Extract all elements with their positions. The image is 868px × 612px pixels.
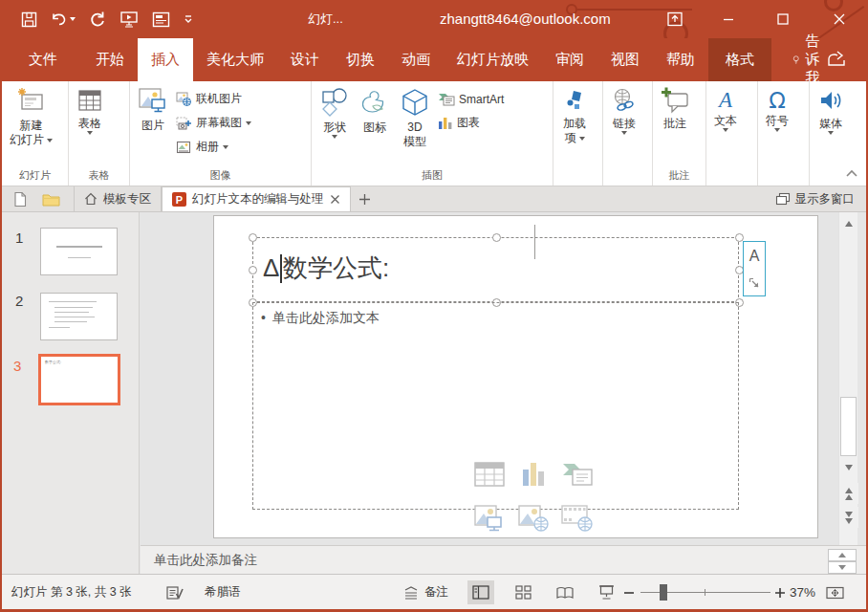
view-slide-sorter-button[interactable] <box>510 580 536 604</box>
slide-editing-area[interactable]: Δ数学公式: A •单击此处添加文本 <box>213 215 818 538</box>
links-button[interactable]: 链接 <box>606 83 642 135</box>
insert-smartart-icon[interactable] <box>561 458 594 491</box>
addins-button[interactable]: 加载 项 <box>556 83 593 145</box>
tab-file[interactable]: 文件 <box>15 38 71 81</box>
new-slide-button[interactable]: 新建 幻灯片 <box>5 83 57 147</box>
slide-thumbnail-2[interactable] <box>40 293 118 340</box>
icons-button[interactable]: 图标 <box>355 83 395 135</box>
tab-home[interactable]: 开始 <box>82 38 138 81</box>
tab-review[interactable]: 审阅 <box>542 38 597 81</box>
insert-video-icon[interactable] <box>561 502 594 535</box>
symbols-button[interactable]: Ω 符号 <box>761 83 793 132</box>
quick-access-toolbar <box>21 0 193 38</box>
text-button[interactable]: A 文本 <box>709 83 742 132</box>
notes-toggle-button[interactable]: 备注 <box>403 575 448 610</box>
account-name[interactable]: zhangtt8464@outlook.com <box>440 0 611 38</box>
notes-scroll-down-button[interactable] <box>828 561 857 574</box>
repeat-button[interactable] <box>89 11 106 28</box>
notes-placeholder[interactable]: 单击此处添加备注 <box>154 546 257 575</box>
3d-model-button[interactable]: 3D 模型 <box>395 83 435 149</box>
collapse-ribbon-button[interactable] <box>845 164 858 182</box>
next-slide-button[interactable] <box>839 507 858 528</box>
resize-handle[interactable] <box>249 233 257 242</box>
view-slideshow-button[interactable] <box>593 580 619 604</box>
online-pictures-button[interactable]: 联机图片 <box>173 87 254 111</box>
insert-stock-image-icon[interactable] <box>473 502 506 535</box>
slide-thumbnail-1[interactable] <box>40 228 118 275</box>
maximize-icon <box>776 12 790 26</box>
spell-check-button[interactable] <box>166 575 184 610</box>
title-placeholder[interactable]: Δ数学公式: <box>252 237 739 302</box>
scroll-down-button[interactable] <box>839 458 858 477</box>
undo-button[interactable] <box>51 11 76 27</box>
vertical-scrollbar[interactable] <box>838 212 857 545</box>
title-text: 数学公式: <box>283 251 389 285</box>
new-tab-button[interactable] <box>351 186 379 211</box>
scroll-up-button[interactable] <box>839 214 858 233</box>
tab-transitions[interactable]: 切换 <box>333 38 388 81</box>
tab-help[interactable]: 帮助 <box>653 38 708 81</box>
shapes-button[interactable]: 形状 <box>315 83 355 139</box>
previous-slide-button[interactable] <box>839 483 858 504</box>
share-button[interactable] <box>827 50 848 71</box>
tab-animations[interactable]: 动画 <box>388 38 444 81</box>
table-button[interactable]: 表格 <box>72 83 108 135</box>
zoom-out-button[interactable] <box>623 575 635 610</box>
tab-template-zone[interactable]: 模板专区 <box>74 186 162 211</box>
chart-icon <box>438 116 453 130</box>
ribbon-display-options-icon <box>666 11 684 28</box>
slide-thumbnail-3[interactable]: 数学公式: <box>38 354 120 405</box>
tab-beautify[interactable]: 美化大师 <box>193 38 277 81</box>
smartart-button[interactable]: SmartArt <box>435 87 507 111</box>
group-label-comments: 批注 <box>656 167 703 186</box>
thumb-text-line <box>54 321 87 322</box>
fit-slide-to-window-button[interactable] <box>826 575 844 610</box>
notes-pane[interactable]: 单击此处添加备注 <box>141 545 866 574</box>
minimize-button[interactable] <box>707 0 749 38</box>
tab-format[interactable]: 格式 <box>708 38 771 81</box>
notes-scroll-up-button[interactable] <box>828 549 857 561</box>
start-slideshow-button[interactable] <box>119 11 139 28</box>
tab-current-document[interactable]: P 幻灯片文本的编辑与处理 <box>162 186 351 211</box>
close-tab-icon[interactable] <box>330 194 340 205</box>
insert-chart-icon[interactable] <box>517 458 550 491</box>
media-button[interactable]: 媒体 <box>813 83 849 135</box>
double-arrow-down-icon <box>845 518 853 524</box>
insert-online-picture-icon[interactable] <box>517 502 550 535</box>
autofit-options-button[interactable]: A <box>743 241 766 296</box>
content-placeholder[interactable]: •单击此处添加文本 <box>252 302 739 510</box>
slide-title-text[interactable]: Δ数学公式: <box>263 251 389 285</box>
resize-handle[interactable] <box>492 233 501 242</box>
view-normal-button[interactable] <box>467 580 494 604</box>
photo-album-button[interactable]: 相册 <box>173 135 254 159</box>
qat-customize-button[interactable] <box>184 13 193 25</box>
tab-slideshow[interactable]: 幻灯片放映 <box>444 38 542 81</box>
open-folder-button[interactable] <box>34 186 68 211</box>
dropdown-arrow <box>723 128 728 132</box>
chart-button[interactable]: 图表 <box>435 111 507 135</box>
ribbon-display-options-button[interactable] <box>654 0 696 38</box>
tab-design[interactable]: 设计 <box>277 38 333 81</box>
tab-insert[interactable]: 插入 <box>138 38 193 81</box>
show-multiple-windows-button[interactable]: 显示多窗口 <box>775 186 867 211</box>
zoom-percentage[interactable]: 37% <box>790 575 815 610</box>
tell-me-box[interactable]: 告诉我 <box>792 38 827 81</box>
body-placeholder-text[interactable]: •单击此处添加文本 <box>261 310 380 327</box>
slide-layout-button[interactable] <box>152 11 170 28</box>
save-button[interactable] <box>21 11 37 28</box>
zoom-slider-thumb[interactable] <box>660 584 667 601</box>
scrollbar-thumb[interactable] <box>840 397 857 456</box>
zoom-in-button[interactable] <box>774 575 786 610</box>
new-document-button[interactable] <box>6 186 34 211</box>
screenshot-button[interactable]: 屏幕截图 <box>173 111 254 135</box>
view-reading-button[interactable] <box>552 580 578 604</box>
language-indicator[interactable]: 希腊语 <box>205 575 241 610</box>
tab-view[interactable]: 视图 <box>597 38 653 81</box>
maximize-button[interactable] <box>762 0 804 38</box>
new-comment-button[interactable]: 批注 <box>656 83 694 131</box>
insert-table-icon[interactable] <box>473 458 506 491</box>
show-windows-label: 显示多窗口 <box>795 191 856 208</box>
picture-button[interactable]: 图片 <box>133 83 173 133</box>
resize-handle[interactable] <box>249 266 257 274</box>
undo-dropdown-arrow[interactable] <box>70 17 76 21</box>
